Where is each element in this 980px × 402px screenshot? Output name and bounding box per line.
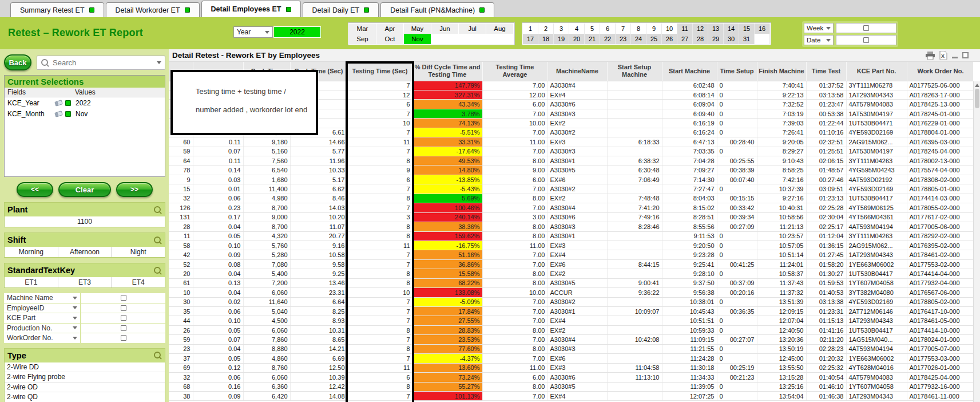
table-cell[interactable]: 8.00 [482, 325, 547, 334]
table-cell[interactable]: 6.00 [482, 373, 547, 382]
field-dropdown-machine-name[interactable]: Machine Name [4, 293, 80, 303]
table-cell[interactable]: 0.04 [193, 344, 243, 353]
table-cell[interactable]: -5.09% [412, 297, 482, 306]
field-dropdown-employeeid[interactable]: EmployeeID [4, 304, 80, 313]
table-cell[interactable]: 13:25:16 [757, 382, 806, 391]
table-cell[interactable]: 15.58% [412, 269, 482, 278]
table-cell[interactable]: 14.03 [290, 203, 347, 212]
table-cell[interactable]: 9,180 [243, 137, 290, 147]
table-cell[interactable]: 9:25:41 [662, 259, 717, 269]
day-cell-13[interactable]: 13 [708, 23, 724, 34]
table-cell[interactable]: 0 [717, 109, 757, 118]
table-cell[interactable]: 7.00 [482, 259, 547, 269]
table-cell[interactable]: 10:40:31 [757, 203, 806, 212]
table-cell[interactable]: 7:39:03 [757, 119, 806, 128]
table-cell[interactable]: 9:11:53 [662, 231, 717, 241]
export-excel-icon[interactable]: X [939, 51, 947, 60]
table-cell[interactable]: 20.77 [290, 231, 347, 241]
table-cell[interactable]: 12 [347, 90, 412, 99]
table-cell[interactable]: 4AT593M04194 [846, 344, 907, 353]
table-cell[interactable]: 8 [347, 269, 412, 278]
table-cell[interactable]: 02:25:17 [806, 222, 846, 231]
table-cell[interactable]: A0177525-06-000 [907, 81, 973, 90]
table-cell[interactable]: 11,640 [243, 297, 290, 306]
table-cell[interactable]: 3.78% [412, 109, 482, 118]
scrollbar-thumb[interactable] [975, 89, 979, 108]
table-cell[interactable]: A0178805-01-000 [907, 184, 973, 194]
day-cell-17[interactable]: 17 [523, 34, 538, 44]
tab-summary-retest-et[interactable]: Summary Retest ET [10, 2, 104, 17]
table-cell[interactable]: 0 [717, 297, 757, 306]
table-cell[interactable]: 10.00 [482, 288, 547, 297]
table-cell[interactable]: 8 [347, 344, 412, 353]
table-cell[interactable]: 10 [169, 288, 193, 297]
table-cell[interactable]: 8 [347, 156, 412, 165]
table-cell[interactable]: 11 [347, 363, 412, 372]
table-cell[interactable]: 01:48:57 [806, 165, 846, 175]
step-back-button[interactable]: << [17, 182, 53, 197]
vertical-scrollbar[interactable] [973, 81, 980, 402]
table-cell[interactable]: 1AT293M04343 [846, 391, 907, 400]
table-cell[interactable]: 11:39:05 [662, 382, 717, 391]
column-header[interactable]: KCE Part No. [846, 62, 907, 81]
table-cell[interactable]: 5,400 [243, 269, 290, 278]
table-cell[interactable]: 11:13:10 [607, 373, 662, 382]
table-cell[interactable]: 0.04 [193, 269, 243, 278]
table-cell[interactable]: 01:22:44 [806, 119, 846, 128]
column-header[interactable]: % Diff Cycle Time and Testing Time [412, 62, 482, 81]
table-cell[interactable]: 6.64 [290, 297, 347, 306]
table-cell[interactable]: 0 [717, 391, 757, 400]
table-cell[interactable]: -13.85% [412, 175, 482, 184]
table-cell[interactable]: A3030#5 [547, 165, 607, 175]
table-cell[interactable]: 01:59:53 [806, 278, 846, 287]
table-cell[interactable]: 01:46:10 [806, 382, 846, 391]
table-cell[interactable]: 0 [717, 100, 757, 109]
table-cell[interactable]: 6.00 [482, 175, 547, 184]
table-cell[interactable]: 61 [169, 278, 193, 287]
table-cell[interactable]: 44 [169, 316, 193, 325]
day-cell-8[interactable]: 8 [631, 23, 646, 34]
table-cell[interactable]: A3030#2 [547, 184, 607, 194]
column-header[interactable]: Finish Machine [757, 62, 806, 81]
day-cell-19[interactable]: 19 [554, 34, 569, 44]
eraser-icon[interactable] [54, 100, 63, 107]
table-cell[interactable]: 11 [169, 231, 193, 241]
table-cell[interactable]: 7.00 [482, 316, 547, 325]
table-cell[interactable]: A0178002-13-000 [907, 156, 973, 165]
table-cell[interactable]: A0177005-07-000 [907, 344, 973, 353]
table-cell[interactable]: 13:51:39 [757, 297, 806, 306]
table-cell[interactable]: 01:41:16 [806, 325, 846, 334]
day-cell-20[interactable]: 20 [569, 34, 585, 44]
table-cell[interactable]: 9:37:50 [662, 278, 717, 287]
table-cell[interactable]: 00:27:46 [806, 175, 846, 184]
table-cell[interactable]: 8.00 [482, 194, 547, 203]
table-cell[interactable]: A0178425-13-000 [907, 100, 973, 109]
table-cell[interactable]: A3030#4 [547, 81, 607, 90]
table-cell[interactable]: 5.77 [290, 147, 347, 156]
table-cell[interactable]: 6:47:13 [662, 137, 717, 147]
table-cell[interactable]: A0174414-10-000 [907, 325, 973, 334]
table-cell[interactable]: 0.16 [193, 382, 243, 391]
table-cell[interactable]: 10 [347, 119, 412, 128]
table-cell[interactable]: 1AT293M04343 [846, 90, 907, 99]
table-cell[interactable]: 38.36% [412, 222, 482, 231]
printer-icon[interactable] [926, 52, 935, 60]
field-checkbox[interactable] [121, 305, 126, 311]
search-icon[interactable] [153, 266, 162, 275]
table-cell[interactable]: 7.00 [482, 128, 547, 137]
table-cell[interactable]: 11:34:33 [662, 373, 717, 382]
table-cell[interactable]: 11.00 [482, 137, 547, 147]
month-cell-jul[interactable]: Jul [459, 23, 486, 34]
day-cell-3[interactable]: 3 [554, 23, 569, 34]
table-cell[interactable]: 0.02 [193, 297, 243, 306]
table-cell[interactable]: 28.83% [412, 325, 482, 334]
table-cell[interactable]: -17.64% [412, 147, 482, 156]
table-cell[interactable]: 4,320 [243, 231, 290, 241]
table-cell[interactable]: 7 [347, 259, 412, 269]
table-cell[interactable]: 6,540 [243, 165, 290, 175]
table-cell[interactable] [607, 119, 662, 128]
table-cell[interactable]: EX#4 [547, 250, 607, 259]
table-cell[interactable]: 7.00 [482, 250, 547, 259]
table-cell[interactable]: 6.00 [482, 100, 547, 109]
stk-value-et3[interactable]: ET3 [58, 277, 112, 287]
